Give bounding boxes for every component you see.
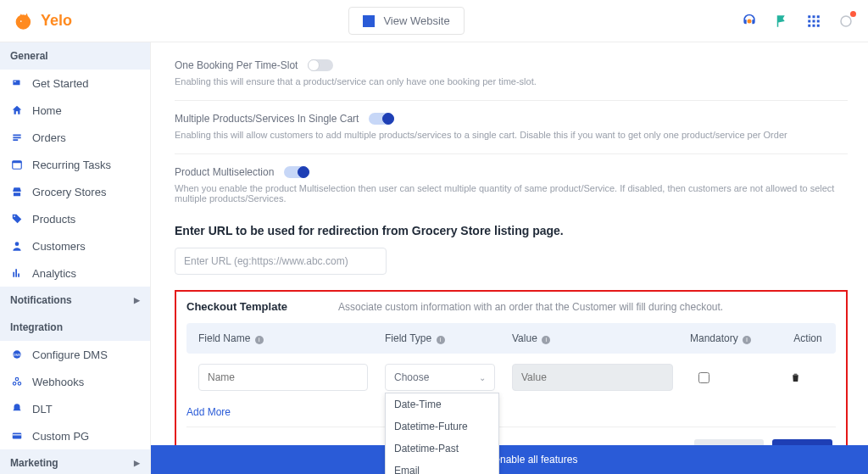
svg-point-1	[20, 20, 22, 22]
sidebar-section-marketing[interactable]: Marketing▶	[0, 449, 150, 474]
calendar-icon	[10, 158, 24, 171]
svg-rect-10	[813, 24, 815, 26]
svg-rect-7	[813, 20, 815, 22]
sidebar-item-customers[interactable]: Customers	[0, 232, 150, 259]
svg-rect-6	[808, 20, 810, 22]
flag-icon[interactable]	[773, 13, 790, 30]
view-website-label: View Website	[383, 14, 449, 27]
svg-point-17	[14, 215, 15, 217]
svg-rect-24	[13, 433, 22, 439]
chevron-right-icon: ▶	[134, 459, 140, 467]
multi-products-desc: Enabling this will allow customers to ad…	[175, 130, 848, 140]
svg-point-23	[15, 377, 19, 381]
info-icon: i	[743, 336, 751, 344]
dropdown-option[interactable]: Date-Time	[386, 393, 498, 415]
dropdown-option[interactable]: Email	[386, 460, 498, 474]
svg-rect-14	[14, 81, 16, 82]
redirect-url-input[interactable]	[175, 248, 387, 275]
svg-rect-16	[13, 161, 22, 163]
svg-point-21	[13, 382, 16, 386]
tag-icon	[10, 212, 24, 226]
orders-icon	[10, 131, 24, 144]
mandatory-checkbox[interactable]	[698, 372, 709, 383]
svg-rect-11	[817, 24, 820, 26]
brand-logo[interactable]: Yelo	[14, 9, 72, 33]
info-icon: i	[542, 336, 550, 344]
support-icon[interactable]	[741, 13, 758, 30]
checkout-field-row: Choose ⌄ Date-Time Datetime-Future Datet…	[186, 354, 836, 401]
multiselection-desc: When you enable the product Multiselecti…	[175, 183, 848, 204]
dropdown-option[interactable]: Datetime-Past	[386, 438, 498, 460]
redirect-url-title: Enter URL to be used for redirection fro…	[175, 224, 848, 237]
sidebar-item-webhooks[interactable]: Webhooks	[0, 368, 150, 395]
chevron-right-icon: ▶	[134, 296, 140, 304]
svg-rect-5	[817, 15, 820, 18]
apps-grid-icon[interactable]	[805, 13, 822, 30]
svg-rect-8	[817, 20, 820, 22]
svg-point-22	[18, 382, 21, 386]
upgrade-banner[interactable]: Upgrade to enable all features	[151, 445, 868, 474]
multi-products-toggle[interactable]	[369, 113, 394, 125]
svg-point-18	[15, 242, 19, 246]
multiselection-toggle[interactable]	[284, 166, 309, 178]
notification-icon[interactable]	[837, 13, 854, 30]
sidebar-item-products[interactable]: Products	[0, 205, 150, 232]
view-website-button[interactable]: View Website	[348, 7, 464, 35]
sidebar: General Get Started Home Orders Recurrin…	[0, 42, 151, 474]
sidebar-section-general: General	[0, 42, 150, 70]
svg-rect-4	[813, 15, 815, 18]
chart-icon	[10, 266, 24, 280]
payment-icon	[10, 429, 24, 443]
home-icon	[10, 103, 24, 117]
svg-point-0	[16, 14, 31, 30]
svg-text:DMS: DMS	[13, 353, 20, 357]
webhook-icon	[10, 375, 24, 388]
sidebar-section-integration: Integration	[0, 314, 150, 341]
lion-icon	[14, 9, 37, 33]
svg-rect-9	[808, 24, 810, 26]
user-icon	[10, 239, 24, 253]
sidebar-item-dms[interactable]: DMSConfigure DMS	[0, 341, 150, 368]
one-booking-label: One Booking Per Time-Slot	[175, 59, 298, 71]
brand-name: Yelo	[41, 12, 72, 30]
chevron-down-icon: ⌄	[479, 373, 486, 382]
one-booking-desc: Enabling this will ensure that a product…	[175, 76, 848, 86]
add-more-link[interactable]: Add More	[186, 406, 231, 418]
sidebar-item-recurring[interactable]: Recurring Tasks	[0, 151, 150, 178]
dropdown-option[interactable]: Datetime-Future	[386, 415, 498, 438]
multiselection-label: Product Multiselection	[175, 166, 274, 178]
content-area: One Booking Per Time-Slot Enabling this …	[151, 42, 868, 474]
rocket-icon	[10, 76, 24, 90]
sidebar-section-notifications[interactable]: Notifications▶	[0, 287, 150, 314]
field-name-input[interactable]	[198, 364, 368, 391]
sidebar-item-analytics[interactable]: Analytics	[0, 259, 150, 287]
svg-rect-13	[13, 81, 19, 86]
svg-rect-3	[808, 15, 810, 18]
dms-icon: DMS	[10, 348, 24, 361]
field-value-input[interactable]	[512, 364, 673, 391]
multi-products-label: Multiple Products/Services In Single Car…	[175, 113, 359, 125]
store-icon	[10, 185, 24, 198]
svg-rect-25	[13, 434, 22, 435]
bell-icon	[10, 402, 24, 415]
svg-point-2	[748, 19, 752, 23]
svg-point-12	[841, 16, 851, 26]
info-icon: i	[437, 336, 445, 344]
one-booking-toggle[interactable]	[308, 59, 333, 71]
sidebar-item-custompg[interactable]: Custom PG	[0, 422, 150, 449]
checkout-template-desc: Associate custom information with an ord…	[338, 301, 723, 313]
checkout-table-header: Field Name i Field Type i Value i Mandat…	[186, 323, 836, 354]
info-icon: i	[255, 336, 264, 344]
sidebar-item-grocery[interactable]: Grocery Stores	[0, 178, 150, 205]
checkout-template-title: Checkout Template	[186, 300, 287, 313]
field-type-dropdown: Date-Time Datetime-Future Datetime-Past …	[385, 393, 499, 474]
sidebar-item-dlt[interactable]: DLT	[0, 395, 150, 422]
sidebar-item-orders[interactable]: Orders	[0, 124, 150, 151]
delete-icon[interactable]	[790, 371, 801, 383]
window-icon	[363, 15, 375, 27]
sidebar-item-get-started[interactable]: Get Started	[0, 70, 150, 97]
field-type-select[interactable]: Choose ⌄	[385, 364, 495, 391]
sidebar-item-home[interactable]: Home	[0, 97, 150, 124]
